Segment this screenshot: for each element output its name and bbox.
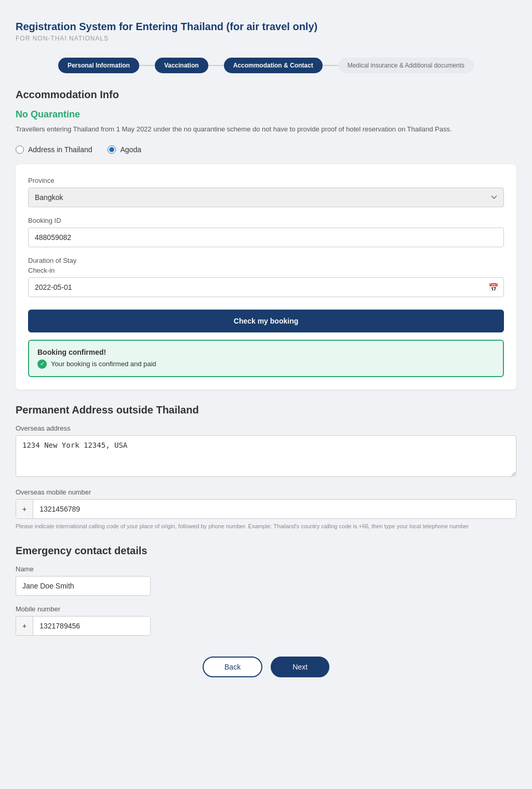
page-title: Registration System for Entering Thailan… [16, 21, 516, 33]
overseas-mobile-label: Overseas mobile number [16, 488, 516, 496]
overseas-phone-input[interactable] [33, 500, 516, 518]
page-subtitle: FOR NON-THAI NATIONALS [16, 35, 516, 42]
emergency-mobile-label: Mobile number [16, 605, 516, 613]
booking-id-label: Booking ID [28, 217, 504, 224]
radio-address-thailand[interactable]: Address in Thailand [16, 145, 92, 154]
emergency-phone-prefix: + [16, 617, 33, 635]
booking-id-field-group: Booking ID [28, 217, 504, 247]
radio-agoda[interactable]: Agoda [108, 145, 141, 154]
permanent-address-section: Permanent Address outside Thailand Overs… [16, 404, 516, 531]
overseas-phone-prefix: + [16, 500, 33, 518]
accommodation-section-title: Accommodation Info [16, 89, 516, 101]
check-booking-button[interactable]: Check my booking [28, 310, 504, 332]
emergency-contact-section: Emergency contact details Name Mobile nu… [16, 545, 516, 636]
checkin-date-input[interactable] [28, 277, 504, 297]
checkin-label: Check-in [28, 266, 504, 274]
next-button[interactable]: Next [271, 657, 329, 677]
booking-confirmed-title: Booking confirmed! [37, 348, 495, 356]
overseas-address-field-group: Overseas address [16, 424, 516, 479]
emergency-name-field-group: Name [16, 565, 516, 596]
overseas-address-label: Overseas address [16, 424, 516, 432]
province-select[interactable]: Bangkok [28, 188, 504, 207]
emergency-phone-wrapper: + [16, 616, 151, 636]
step-vaccination[interactable]: Vaccination [155, 58, 208, 73]
booking-id-input[interactable] [28, 228, 504, 247]
booking-confirmed-message: ✓ Your booking is confirmed and paid [37, 359, 495, 369]
quarantine-title: No Quarantine [16, 109, 516, 120]
phone-hint-text: Please indicate international calling co… [16, 522, 516, 531]
quarantine-description: Travellers entering Thailand from 1 May … [16, 124, 516, 135]
check-circle-icon: ✓ [37, 359, 47, 369]
step-personal[interactable]: Personal Information [58, 58, 139, 73]
radio-agoda-input[interactable] [108, 145, 116, 154]
duration-field-group: Duration of Stay Check-in 📅 [28, 257, 504, 297]
overseas-phone-wrapper: + [16, 499, 516, 519]
accommodation-type-radio-group: Address in Thailand Agoda [16, 145, 516, 154]
overseas-mobile-field-group: Overseas mobile number + Please indicate… [16, 488, 516, 531]
bottom-buttons: Back Next [16, 657, 516, 698]
emergency-mobile-field-group: Mobile number + [16, 605, 516, 636]
emergency-phone-input[interactable] [33, 617, 150, 635]
radio-address-thailand-input[interactable] [16, 145, 24, 154]
overseas-address-input[interactable] [16, 435, 516, 477]
permanent-address-title: Permanent Address outside Thailand [16, 404, 516, 416]
accommodation-section: Accommodation Info No Quarantine Travell… [16, 89, 516, 390]
province-field-group: Province Bangkok [28, 177, 504, 207]
booking-card: Province Bangkok Booking ID Duration of … [16, 164, 516, 390]
duration-label: Duration of Stay [28, 257, 504, 264]
step-accommodation[interactable]: Accommodation & Contact [224, 58, 323, 73]
progress-steps: Personal Information Vaccination Accommo… [16, 58, 516, 73]
province-label: Province [28, 177, 504, 184]
checkin-date-wrapper: 📅 [28, 277, 504, 297]
emergency-contact-title: Emergency contact details [16, 545, 516, 557]
emergency-name-label: Name [16, 565, 516, 573]
emergency-name-input[interactable] [16, 576, 151, 596]
back-button[interactable]: Back [203, 657, 262, 677]
booking-confirmed-box: Booking confirmed! ✓ Your booking is con… [28, 340, 504, 377]
step-medical[interactable]: Medical insurance & Additional documents [338, 58, 474, 73]
